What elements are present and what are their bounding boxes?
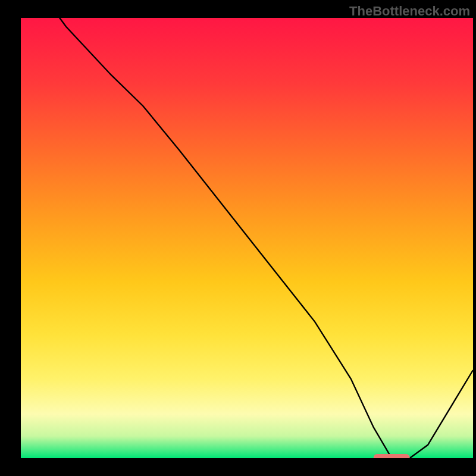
bottleneck-chart: TheBottleneck.com [0, 0, 476, 476]
plot-background [21, 18, 473, 458]
axis-bottom [0, 458, 476, 476]
axis-left [0, 0, 21, 476]
chart-svg [0, 0, 476, 476]
watermark-text: TheBottleneck.com [349, 4, 470, 19]
